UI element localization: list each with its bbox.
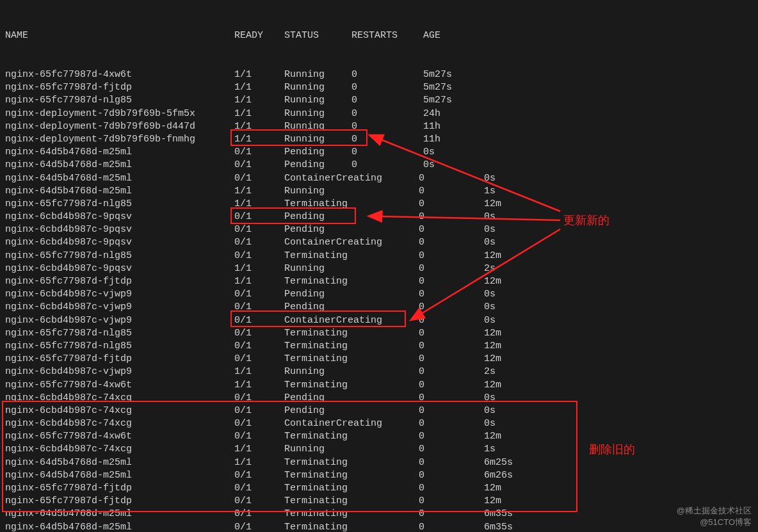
cell-ready: 1/1 [234, 81, 284, 94]
cell-age: 12m [484, 198, 548, 211]
table-header: NAME READY STATUS RESTARTS AGE [5, 29, 753, 42]
table-row: nginx-65fc77987d-fjtdp1/1Running05m27s [5, 81, 753, 94]
cell-name: nginx-65fc77987d-4xw6t [5, 69, 234, 81]
cell-name: nginx-65fc77987d-fjtdp [5, 495, 234, 508]
cell-ready: 1/1 [234, 69, 284, 81]
cell-age: 12m [484, 353, 548, 366]
terminal-output[interactable]: NAME READY STATUS RESTARTS AGE nginx-65f… [0, 0, 758, 532]
cell-restarts: 0 [419, 353, 484, 366]
cell-status: Terminating [284, 198, 419, 211]
cell-restarts: 0 [419, 198, 484, 211]
col-ready: READY [234, 29, 284, 42]
table-row: nginx-65fc77987d-fjtdp0/1Terminating012m [5, 495, 753, 508]
cell-status: Terminating [284, 379, 419, 392]
cell-status: Terminating [284, 430, 419, 443]
cell-ready: 0/1 [234, 146, 284, 159]
cell-restarts: 0 [419, 405, 484, 417]
cell-age: 24h [423, 108, 487, 120]
cell-name: nginx-deployment-7d9b79f69b-d447d [5, 120, 234, 133]
cell-restarts: 0 [419, 262, 484, 275]
cell-restarts: 0 [419, 288, 484, 301]
cell-restarts: 0 [419, 430, 484, 443]
cell-restarts: 0 [419, 223, 484, 236]
table-row: nginx-65fc77987d-nlg850/1Terminating012m [5, 340, 753, 353]
cell-age: 5m27s [423, 94, 487, 107]
cell-name: nginx-64d5b4768d-m25ml [5, 172, 234, 185]
cell-status: Running [284, 108, 351, 120]
table-row: nginx-65fc77987d-fjtdp0/1Terminating012m [5, 353, 753, 366]
cell-age: 0s [484, 236, 548, 249]
cell-age: 6m35s [484, 508, 548, 520]
cell-age: 0s [484, 314, 548, 327]
table-row: nginx-6cbd4b987c-74xcg0/1Pending00s [5, 392, 753, 405]
table-row: nginx-6cbd4b987c-vjwp90/1ContainerCreati… [5, 314, 753, 327]
cell-age: 0s [423, 146, 487, 159]
cell-name: nginx-65fc77987d-fjtdp [5, 81, 234, 94]
cell-age: 12m [484, 430, 548, 443]
table-row: nginx-6cbd4b987c-74xcg0/1Pending00s [5, 405, 753, 417]
table-row: nginx-6cbd4b987c-9pqsv0/1ContainerCreati… [5, 236, 753, 249]
cell-ready: 0/1 [234, 495, 284, 508]
cell-restarts: 0 [351, 159, 423, 172]
col-restarts: RESTARTS [351, 29, 423, 42]
cell-name: nginx-6cbd4b987c-74xcg [5, 392, 234, 405]
cell-age: 0s [484, 172, 548, 185]
cell-name: nginx-6cbd4b987c-9pqsv [5, 262, 234, 275]
watermark-line1: @稀土掘金技术社区 [677, 505, 752, 517]
cell-restarts: 0 [419, 456, 484, 469]
cell-ready: 0/1 [234, 430, 284, 443]
cell-ready: 0/1 [234, 314, 284, 327]
cell-ready: 1/1 [234, 379, 284, 392]
cell-age: 12m [484, 327, 548, 340]
table-row: nginx-64d5b4768d-m25ml0/1Terminating06m3… [5, 521, 753, 532]
cell-ready: 0/1 [234, 223, 284, 236]
cell-ready: 1/1 [234, 94, 284, 107]
annotation-delete-old: 删除旧的 [589, 442, 635, 457]
cell-age: 6m26s [484, 469, 548, 482]
cell-age: 12m [484, 250, 548, 262]
cell-name: nginx-6cbd4b987c-74xcg [5, 405, 234, 417]
cell-name: nginx-64d5b4768d-m25ml [5, 508, 234, 520]
cell-ready: 0/1 [234, 159, 284, 172]
cell-name: nginx-64d5b4768d-m25ml [5, 146, 234, 159]
cell-age: 1s [484, 185, 548, 198]
cell-restarts: 0 [419, 366, 484, 378]
cell-ready: 1/1 [234, 108, 284, 120]
cell-ready: 0/1 [234, 508, 284, 520]
cell-status: Pending [284, 301, 419, 314]
cell-restarts: 0 [351, 94, 423, 107]
table-row: nginx-65fc77987d-nlg851/1Terminating012m [5, 198, 753, 211]
cell-name: nginx-6cbd4b987c-vjwp9 [5, 301, 234, 314]
cell-age: 0s [484, 301, 548, 314]
cell-status: Terminating [284, 508, 419, 520]
cell-status: Terminating [284, 521, 419, 532]
cell-status: Pending [284, 146, 351, 159]
cell-name: nginx-64d5b4768d-m25ml [5, 185, 234, 198]
cell-restarts: 0 [351, 81, 423, 94]
cell-age: 12m [484, 482, 548, 495]
cell-status: Running [284, 262, 419, 275]
cell-name: nginx-65fc77987d-4xw6t [5, 430, 234, 443]
table-row: nginx-64d5b4768d-m25ml1/1Terminating06m2… [5, 456, 753, 469]
cell-restarts: 0 [419, 443, 484, 456]
cell-status: Terminating [284, 469, 419, 482]
cell-age: 11h [423, 120, 487, 133]
table-row: nginx-65fc77987d-fjtdp1/1Terminating012m [5, 275, 753, 288]
cell-restarts: 0 [419, 314, 484, 327]
cell-ready: 0/1 [234, 327, 284, 340]
cell-ready: 0/1 [234, 250, 284, 262]
cell-ready: 0/1 [234, 340, 284, 353]
cell-age: 0s [484, 417, 548, 430]
table-row: nginx-6cbd4b987c-9pqsv0/1Pending00s [5, 223, 753, 236]
cell-ready: 1/1 [234, 198, 284, 211]
cell-status: Running [284, 133, 351, 146]
cell-age: 0s [484, 223, 548, 236]
cell-status: Terminating [284, 275, 419, 288]
col-status: STATUS [284, 29, 351, 42]
table-row: nginx-64d5b4768d-m25ml0/1Pending00s [5, 146, 753, 159]
cell-status: Terminating [284, 327, 419, 340]
cell-name: nginx-6cbd4b987c-9pqsv [5, 211, 234, 223]
cell-status: Running [284, 443, 419, 456]
cell-name: nginx-65fc77987d-fjtdp [5, 353, 234, 366]
cell-ready: 1/1 [234, 366, 284, 378]
